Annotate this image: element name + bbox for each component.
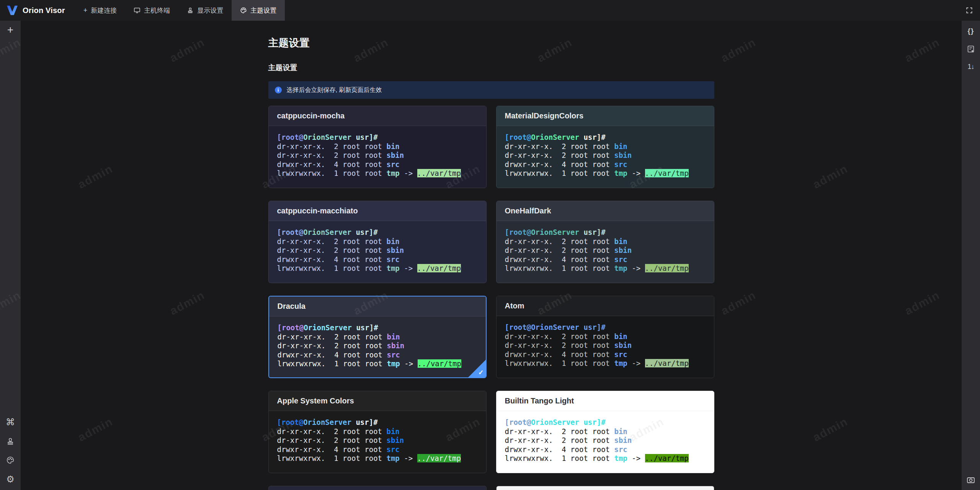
new-tab-plus-icon[interactable]: + [7, 25, 13, 35]
stamp-icon[interactable] [6, 437, 15, 446]
terminal-symlink-line: lrwxrwxrwx. 1 root root tmp -> ../var/tm… [505, 169, 706, 178]
app-logo-icon [6, 5, 18, 16]
terminal-monitor-icon [134, 7, 140, 14]
palette-icon [240, 7, 247, 14]
theme-name: Builtin Tango Light [505, 397, 574, 405]
theme-name: Atom [505, 302, 524, 310]
terminal-line: dr-xr-xr-x. 2 root root bin [505, 237, 706, 246]
theme-preview-terminal: [root@OrionServer usr]# dr-xr-xr-x. 2 ro… [497, 411, 714, 463]
info-alert: i 选择后会立刻保存, 刷新页面后生效 [268, 81, 714, 99]
terminal-symlink-line: lrwxrwxrwx. 1 root root tmp -> ../var/tm… [278, 359, 477, 369]
tab-new-connection[interactable]: + 新建连接 [75, 0, 126, 21]
gear-icon[interactable]: ⚙ [6, 475, 15, 484]
theme-preview-terminal: [root@OrionServer usr]# dr-xr-xr-x. 2 ro… [269, 126, 486, 178]
theme-card-partial[interactable] [496, 486, 714, 490]
terminal-symlink-line: lrwxrwxrwx. 1 root root tmp -> ../var/tm… [505, 359, 706, 368]
stamp-icon [187, 7, 194, 14]
terminal-line: dr-xr-xr-x. 2 root root sbin [277, 151, 478, 160]
info-alert-text: 选择后会立刻保存, 刷新页面后生效 [287, 86, 382, 94]
terminal-line: dr-xr-xr-x. 2 root root bin [277, 142, 478, 151]
theme-card-partial[interactable] [268, 486, 487, 490]
theme-card-header: MaterialDesignColors [497, 106, 714, 126]
theme-card[interactable]: catppuccin-macchiato [root@OrionServer u… [268, 201, 487, 283]
theme-card[interactable]: Apple System Colors [root@OrionServer us… [268, 391, 487, 473]
theme-name: OneHalfDark [505, 206, 551, 215]
braces-icon[interactable]: {} [968, 27, 974, 35]
tab-display-settings[interactable]: 显示设置 [178, 0, 232, 21]
theme-preview-terminal: [root@OrionServer usr]# dr-xr-xr-x. 2 ro… [269, 411, 486, 463]
left-sidebar-bottom-icons: ⌘ ⚙ [6, 418, 15, 490]
theme-card[interactable]: Builtin Tango Light [root@OrionServer us… [496, 391, 714, 473]
tab-theme-settings[interactable]: 主题设置 [232, 0, 285, 21]
fullscreen-icon[interactable] [959, 0, 980, 21]
terminal-line: drwxr-xr-x. 4 root root src [277, 255, 478, 264]
terminal-line: drwxr-xr-x. 4 root root src [505, 255, 706, 264]
section-title: 主题设置 [268, 63, 714, 73]
terminal-line: dr-xr-xr-x. 2 root root sbin [277, 246, 478, 255]
right-sidebar: {} 1↓ [962, 21, 980, 490]
main-content: 主题设置 主题设置 i 选择后会立刻保存, 刷新页面后生效 catppuccin… [21, 21, 962, 490]
terminal-line: drwxr-xr-x. 4 root root src [277, 445, 478, 454]
theme-card-header: catppuccin-mocha [269, 106, 486, 126]
terminal-line: dr-xr-xr-x. 2 root root bin [505, 427, 706, 436]
theme-preview-terminal: [root@OrionServer usr]# dr-xr-xr-x. 2 ro… [269, 221, 486, 273]
theme-card[interactable]: catppuccin-mocha [root@OrionServer usr]#… [268, 106, 487, 188]
terminal-line: drwxr-xr-x. 4 root root src [277, 160, 478, 169]
terminal-prompt-line: [root@OrionServer usr]# [505, 133, 706, 142]
left-sidebar: + ⌘ ⚙ [0, 21, 21, 490]
theme-preview-terminal: [root@OrionServer usr]# dr-xr-xr-x. 2 ro… [497, 221, 714, 273]
theme-card[interactable]: OneHalfDark [root@OrionServer usr]# dr-x… [496, 201, 714, 283]
terminal-line: drwxr-xr-x. 4 root root src [505, 445, 706, 454]
theme-name: catppuccin-macchiato [277, 206, 358, 215]
plus-icon: + [83, 7, 88, 14]
numeric-sort-icon[interactable]: 1↓ [967, 63, 974, 71]
theme-name: catppuccin-mocha [277, 111, 345, 120]
app-title: Orion Visor [23, 6, 65, 15]
tab-label: 显示设置 [197, 6, 223, 15]
selected-check-icon: ✓ [478, 369, 483, 377]
terminal-prompt-line: [root@OrionServer usr]# [278, 323, 477, 333]
terminal-line: dr-xr-xr-x. 2 root root bin [505, 332, 706, 341]
camera-icon[interactable] [966, 475, 975, 485]
tab-label: 主题设置 [250, 6, 276, 15]
terminal-line: drwxr-xr-x. 4 root root src [505, 350, 706, 359]
right-sidebar-bottom-icons [966, 475, 975, 490]
terminal-line: drwxr-xr-x. 4 root root src [505, 160, 706, 169]
theme-card-header: Dracula [269, 297, 486, 316]
theme-card[interactable]: Dracula [root@OrionServer usr]# dr-xr-xr… [268, 296, 487, 378]
content-container: 主题设置 主题设置 i 选择后会立刻保存, 刷新页面后生效 catppuccin… [268, 36, 714, 490]
terminal-prompt-line: [root@OrionServer usr]# [505, 418, 706, 427]
terminal-line: dr-xr-xr-x. 2 root root bin [505, 142, 706, 151]
theme-preview-terminal: [root@OrionServer usr]# dr-xr-xr-x. 2 ro… [269, 316, 486, 369]
terminal-line: dr-xr-xr-x. 2 root root bin [277, 427, 478, 436]
doc-bookmark-icon[interactable] [967, 45, 975, 53]
terminal-line: dr-xr-xr-x. 2 root root bin [278, 333, 477, 342]
theme-grid: catppuccin-mocha [root@OrionServer usr]#… [268, 106, 714, 490]
tab-label: 新建连接 [91, 6, 117, 15]
palette-icon[interactable] [6, 456, 15, 464]
terminal-symlink-line: lrwxrwxrwx. 1 root root tmp -> ../var/tm… [277, 264, 478, 273]
terminal-symlink-line: lrwxrwxrwx. 1 root root tmp -> ../var/tm… [505, 264, 706, 273]
theme-card-header: OneHalfDark [497, 201, 714, 221]
tab-host-terminal[interactable]: 主机终端 [125, 0, 178, 21]
terminal-prompt-line: [root@OrionServer usr]# [505, 323, 706, 332]
theme-name: Apple System Colors [277, 397, 354, 405]
theme-card-header: Apple System Colors [269, 391, 486, 411]
terminal-line: dr-xr-xr-x. 2 root root sbin [277, 436, 478, 445]
theme-card[interactable]: MaterialDesignColors [root@OrionServer u… [496, 106, 714, 188]
theme-preview-terminal: [root@OrionServer usr]# dr-xr-xr-x. 2 ro… [497, 316, 714, 368]
terminal-prompt-line: [root@OrionServer usr]# [277, 133, 478, 142]
theme-card[interactable]: Atom [root@OrionServer usr]# dr-xr-xr-x.… [496, 296, 714, 378]
info-icon: i [275, 87, 282, 93]
command-icon[interactable]: ⌘ [6, 418, 15, 427]
terminal-prompt-line: [root@OrionServer usr]# [277, 418, 478, 427]
app-brand: Orion Visor [0, 0, 75, 21]
right-sidebar-top-icons: {} 1↓ [967, 27, 975, 71]
theme-name: MaterialDesignColors [505, 111, 584, 120]
terminal-prompt-line: [root@OrionServer usr]# [277, 228, 478, 237]
terminal-line: dr-xr-xr-x. 2 root root sbin [505, 151, 706, 160]
theme-card-header: Atom [497, 296, 714, 316]
theme-card-header: Builtin Tango Light [497, 391, 714, 411]
terminal-symlink-line: lrwxrwxrwx. 1 root root tmp -> ../var/tm… [277, 454, 478, 463]
theme-name: Dracula [278, 302, 305, 311]
